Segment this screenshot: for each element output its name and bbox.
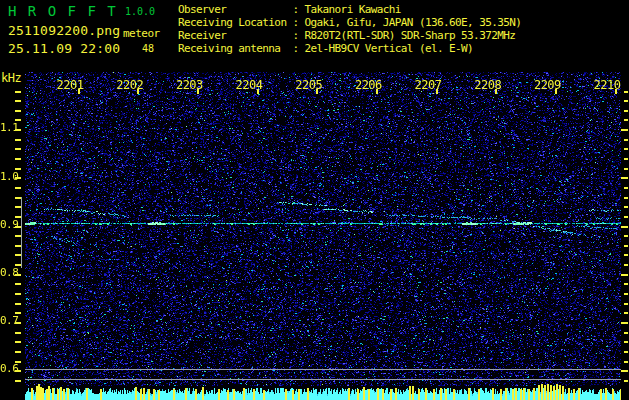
freq-tick-right [624, 91, 628, 93]
time-tick-label: 2203 [176, 79, 203, 91]
time-tick-label: 2208 [474, 79, 501, 91]
info-row: Receiver : R820T2(RTL-SDR) SDR-Sharp 53.… [178, 29, 521, 42]
freq-tick-label: 0.6 [0, 363, 18, 375]
freq-tick-right [624, 245, 628, 247]
time-tick-label: 2204 [236, 79, 263, 91]
hrofft-window: H R O F F T 1.0.0 2511092200.png meteor … [0, 0, 629, 400]
info-row: Observer : Takanori Kawachi [178, 3, 521, 16]
info-row: Receiving antenna : 2el-HB9CV Vertical (… [178, 42, 521, 55]
freq-tick [15, 283, 21, 285]
freq-tick-right [621, 274, 628, 276]
freq-tick-right [624, 303, 628, 305]
time-tick-label: 2207 [415, 79, 442, 91]
freq-tick [15, 254, 21, 256]
freq-tick-label: 0.8 [0, 267, 18, 279]
freq-tick [15, 351, 21, 353]
freq-tick-right [624, 100, 628, 102]
freq-tick-right [621, 226, 628, 228]
freq-axis-unit-label: kHz [1, 71, 21, 85]
echo-count: 48 [142, 43, 154, 54]
freq-tick [15, 245, 21, 247]
time-tick-label: 2201 [57, 79, 84, 91]
freq-tick-right [624, 148, 628, 150]
freq-tick [15, 91, 21, 93]
freq-tick [15, 148, 21, 150]
freq-tick [15, 293, 21, 295]
freq-tick-right [624, 235, 628, 237]
freq-tick-right [624, 361, 628, 363]
freq-tick-right [624, 110, 628, 112]
freq-tick-right [621, 177, 628, 179]
freq-tick-right [624, 119, 628, 121]
freq-tick-label: 0.7 [0, 315, 18, 327]
freq-tick-label: 0.9 [0, 219, 18, 231]
time-tick-label: 2206 [355, 79, 382, 91]
freq-tick-label: 1.1 [0, 122, 18, 134]
app-title: H R O F F T [8, 3, 117, 19]
info-row: Receiving Location : Ogaki, Gifu, JAPAN … [178, 16, 521, 29]
freq-tick [15, 197, 21, 199]
freq-tick-right [624, 351, 628, 353]
freq-tick-right [624, 187, 628, 189]
freq-tick-right [624, 380, 628, 382]
freq-tick [15, 380, 21, 382]
freq-tick [15, 206, 21, 208]
freq-tick-right [624, 139, 628, 141]
freq-tick [15, 139, 21, 141]
freq-tick [15, 100, 21, 102]
time-tick-label: 2209 [534, 79, 561, 91]
freq-tick-right [624, 206, 628, 208]
mode-label: meteor [123, 27, 160, 40]
freq-tick-right [624, 168, 628, 170]
freq-tick-right [624, 197, 628, 199]
freq-tick-right [624, 264, 628, 266]
freq-tick-right [621, 129, 628, 131]
freq-tick-right [624, 332, 628, 334]
freq-tick [15, 303, 21, 305]
receiver-info: Observer : Takanori KawachiReceiving Loc… [178, 3, 521, 55]
freq-tick-right [624, 254, 628, 256]
app-version: 1.0.0 [125, 6, 155, 17]
freq-tick [15, 110, 21, 112]
freq-tick-right [624, 341, 628, 343]
freq-tick [15, 235, 21, 237]
time-tick-label: 2210 [594, 79, 621, 91]
spectrogram-canvas [25, 72, 621, 400]
freq-tick [15, 341, 21, 343]
time-tick-label: 2202 [116, 79, 143, 91]
freq-tick-right [624, 293, 628, 295]
freq-tick [15, 187, 21, 189]
freq-tick [15, 332, 21, 334]
freq-tick-right [624, 216, 628, 218]
time-tick-label: 2205 [295, 79, 322, 91]
freq-tick-label: 1.0 [0, 171, 18, 183]
output-filename: 2511092200.png [8, 23, 120, 38]
freq-tick-right [624, 283, 628, 285]
freq-tick [15, 158, 21, 160]
freq-tick-right [621, 370, 628, 372]
signal-band-marker [21, 197, 22, 268]
observation-datetime: 25.11.09 22:00 [8, 41, 120, 56]
freq-tick-right [621, 322, 628, 324]
freq-tick-right [624, 158, 628, 160]
freq-tick-right [624, 312, 628, 314]
